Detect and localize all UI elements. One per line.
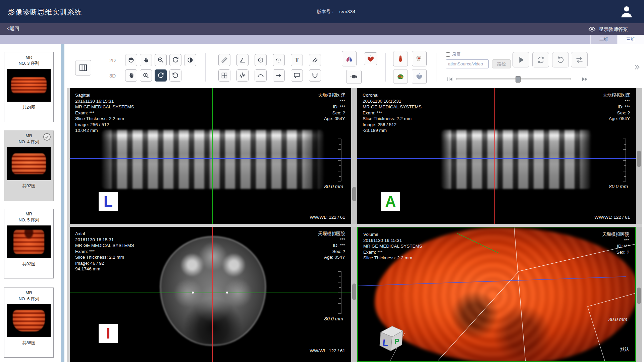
- playback-slider[interactable]: [446, 75, 588, 83]
- circle-tool-button[interactable]: [255, 54, 267, 66]
- crosshair-tool-button[interactable]: [218, 69, 230, 82]
- axial-sagittal-reference-line[interactable]: [212, 227, 213, 362]
- pan-2d-button[interactable]: [140, 54, 152, 66]
- replay-icon: [556, 55, 565, 64]
- series-thumbnail: [7, 304, 51, 337]
- eraser-icon: [311, 56, 319, 64]
- fast-forward-icon[interactable]: [581, 75, 588, 83]
- user-avatar-button[interactable]: [619, 4, 634, 19]
- protractor-tool-button[interactable]: [309, 69, 321, 82]
- annotation-tool-button[interactable]: [291, 69, 303, 82]
- tab-3d[interactable]: 三维: [617, 35, 644, 44]
- arrow-icon: [275, 71, 283, 80]
- vp-datetime: 20161130 16:15:31: [75, 237, 134, 243]
- back-button[interactable]: <返回: [7, 25, 19, 32]
- invert-button[interactable]: [184, 54, 196, 66]
- arrow-tool-button[interactable]: [273, 69, 285, 82]
- path-button[interactable]: 路径: [492, 59, 511, 68]
- axial-coronal-reference-line[interactable]: [70, 293, 351, 293]
- replay-button[interactable]: [552, 52, 569, 67]
- record-screen-checkbox[interactable]: [446, 52, 450, 57]
- vp-position: 94.1746 mm: [75, 266, 134, 272]
- slider-handle[interactable]: [516, 76, 521, 83]
- rotate-3d-button-active[interactable]: [155, 69, 167, 82]
- vp-datetime: 20161130 16:15:31: [363, 98, 422, 104]
- video-source-input[interactable]: [446, 59, 489, 68]
- heart-3d-view-button[interactable]: [412, 69, 427, 84]
- series-card-selected[interactable]: MR NO. 4 序列 共92图: [4, 131, 54, 201]
- reference-marker-dot: [226, 292, 228, 294]
- swap-direction-button[interactable]: [571, 52, 588, 67]
- toolbar-divider: [436, 53, 436, 82]
- tab-2d[interactable]: 二维: [590, 35, 617, 44]
- larynx-view-button[interactable]: [393, 51, 408, 66]
- app-window: 影像诊断思维实训系统 版本号： svn334 <返回 显示教师答案 二维 三维 …: [0, 0, 644, 362]
- preset-label[interactable]: 默认: [620, 347, 629, 353]
- slice-scrollbar-top-center[interactable]: [351, 88, 357, 224]
- coronal-axial-reference-line[interactable]: [357, 158, 636, 159]
- toolbar-divider: [329, 53, 329, 82]
- ellipse-tool-button[interactable]: [125, 54, 137, 66]
- pan-3d-button[interactable]: [125, 69, 137, 82]
- series-card[interactable]: MR NO. 3 序列 共24图: [4, 52, 54, 122]
- play-button[interactable]: [513, 52, 529, 67]
- vertebra-view-button[interactable]: [412, 51, 427, 66]
- series-card[interactable]: MR NO. 6 序列 共88图: [4, 288, 54, 358]
- series-card[interactable]: MR NO. 5 序列 共92图: [4, 209, 54, 278]
- heart-view-button[interactable]: [364, 52, 377, 65]
- orientation-cube[interactable]: L P: [377, 323, 406, 353]
- viewport-volume[interactable]: Volume 20161130 16:15:31 MR GE MEDICAL S…: [357, 227, 636, 362]
- crosshair-box-icon: [220, 71, 228, 80]
- vp-anon: ***: [318, 237, 345, 243]
- scrollbar-handle[interactable]: [637, 151, 641, 167]
- layout-button[interactable]: [75, 60, 91, 75]
- profile-tool-button[interactable]: [236, 69, 249, 82]
- viewport-coronal[interactable]: Coronal 20161130 16:15:31 MR GE MEDICAL …: [357, 88, 636, 224]
- scrollbar-handle[interactable]: [352, 283, 356, 300]
- dashed-circle-tool-button[interactable]: [273, 54, 285, 66]
- coronal-meta-left: Coronal 20161130 16:15:31 MR GE MEDICAL …: [363, 92, 422, 134]
- sagittal-meta-right: 天堰模拟医院 *** ID: *** Sex: ? Age: 054Y: [318, 92, 345, 122]
- show-teacher-answer-button[interactable]: 显示教师答案: [586, 25, 630, 34]
- wwwl-label: WW/WL: 122 / 61: [310, 348, 345, 353]
- curve-tool-button[interactable]: [255, 69, 267, 82]
- slice-scrollbar-bottom-center[interactable]: [351, 227, 357, 362]
- toolbar-expand-chevrons[interactable]: [633, 63, 641, 71]
- viewport-sagittal[interactable]: Sagittal 20161130 16:15:31 MR GE MEDICAL…: [70, 88, 351, 224]
- scrollbar-handle[interactable]: [352, 187, 356, 201]
- record-screen-option[interactable]: 录屏: [446, 51, 461, 57]
- eraser-tool-button[interactable]: [309, 54, 321, 66]
- series-modality: MR: [25, 291, 32, 295]
- record-video-button[interactable]: [346, 70, 362, 84]
- loop-button[interactable]: [532, 52, 549, 67]
- text-tool-button[interactable]: T: [291, 54, 303, 66]
- sagittal-coronal-reference-line[interactable]: [212, 88, 213, 224]
- sidebar-scrollbar[interactable]: [61, 44, 64, 362]
- slider-track[interactable]: [456, 78, 571, 80]
- viewport-axial[interactable]: Axial 20161130 16:15:31 MR GE MEDICAL SY…: [70, 227, 351, 362]
- series-name: NO. 3 序列: [18, 61, 39, 66]
- step-back-icon[interactable]: [446, 75, 453, 83]
- zoom-2d-button[interactable]: [155, 54, 167, 66]
- sagittal-axial-reference-line[interactable]: [70, 158, 351, 159]
- coronal-sagittal-reference-line[interactable]: [494, 88, 495, 224]
- scale-label: 80.0 mm: [324, 316, 343, 321]
- series-thumbnail-render: [13, 230, 44, 254]
- scale-ruler: [622, 139, 627, 182]
- scrollbar-handle[interactable]: [637, 288, 641, 304]
- slice-scrollbar-top-right[interactable]: [636, 88, 642, 224]
- rotate-2d-button[interactable]: [169, 54, 181, 66]
- vp-device: MR GE MEDICAL SYSTEMS: [363, 243, 422, 249]
- ruler-tool-button[interactable]: [218, 54, 230, 66]
- series-thumbnail-render: [12, 153, 46, 174]
- organ-3d-view-button[interactable]: [393, 69, 408, 84]
- scale-label: 80.0 mm: [609, 184, 628, 189]
- toolbar: 2D 3D T: [67, 44, 644, 88]
- angle-tool-button[interactable]: [236, 54, 249, 66]
- zoom-3d-button[interactable]: [140, 69, 152, 82]
- lung-view-button[interactable]: [342, 51, 357, 66]
- reset-3d-button[interactable]: [169, 69, 181, 82]
- series-count: 共92图: [22, 261, 36, 267]
- slice-scrollbar-bottom-right[interactable]: [636, 227, 642, 362]
- reference-marker-dot: [192, 292, 194, 294]
